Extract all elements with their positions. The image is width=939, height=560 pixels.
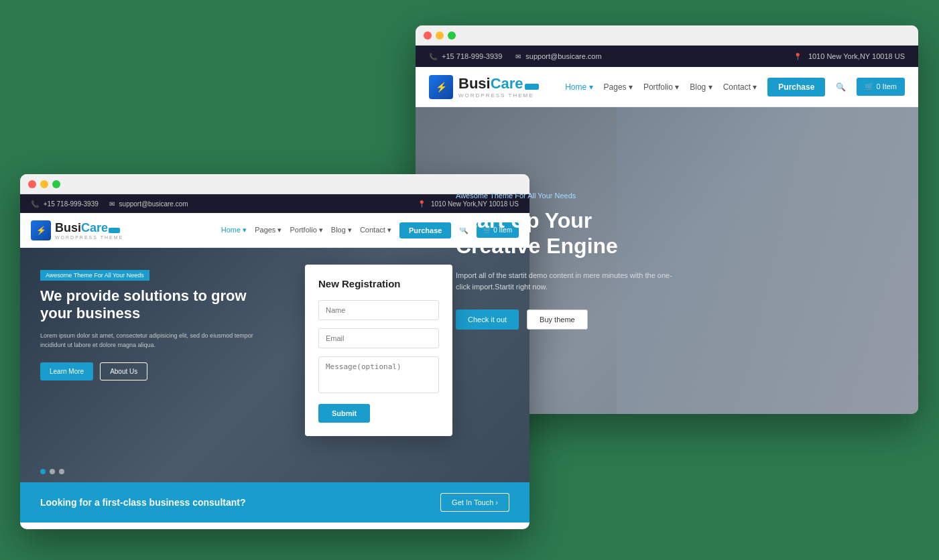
cta-button[interactable]: Get In Touch › (440, 493, 509, 512)
submit-button[interactable]: Submit (318, 404, 370, 423)
back-nav-portfolio[interactable]: Portfolio ▾ (643, 82, 679, 92)
back-purchase-button[interactable]: Purchase (767, 78, 825, 96)
front-email: support@busicare.com (109, 200, 188, 208)
back-cart-button[interactable]: 🛒 0 Item (857, 78, 905, 96)
email-field (318, 328, 439, 348)
slider-dots (40, 469, 64, 474)
back-titlebar (416, 25, 918, 46)
back-navbar: ⚡ BusiCarePRO WORDPRESS THEME Home ▾ Pag… (416, 67, 918, 107)
back-logo-icon: ⚡ (429, 75, 453, 99)
back-nav-home[interactable]: Home ▾ (565, 82, 592, 92)
front-nav-home[interactable]: Home ▾ (221, 226, 247, 234)
back-logo: ⚡ BusiCarePRO WORDPRESS THEME (429, 75, 539, 99)
minimize-dot[interactable] (436, 31, 444, 40)
phone-icon (429, 52, 440, 60)
message-input[interactable] (318, 356, 439, 393)
front-hero-headline: We provide solutions to grow your busine… (40, 287, 280, 323)
name-input[interactable] (318, 300, 439, 320)
front-close-dot[interactable] (28, 180, 36, 188)
front-hero-buttons: Learn More About Us (40, 362, 280, 380)
modal-title: New Registration (318, 278, 439, 289)
email-icon (515, 52, 523, 60)
back-phone: +15 718-999-3939 (429, 52, 502, 60)
cta-text: Looking for a first-class business consu… (40, 497, 246, 508)
back-hero-content: Awesome Theme For All Your Needs Start U… (416, 165, 717, 356)
back-nav-pages[interactable]: Pages ▾ (604, 82, 633, 92)
maximize-dot[interactable] (448, 31, 456, 40)
back-buy-button[interactable]: Buy theme (527, 309, 588, 330)
back-topbar-left: +15 718-999-3939 support@busicare.com (429, 52, 602, 60)
front-hero-content: Awesome Theme For All Your Needs We prov… (20, 248, 300, 401)
front-nav-pages[interactable]: Pages ▾ (255, 226, 281, 234)
cta-bar: Looking for a first-class business consu… (20, 482, 529, 522)
front-nav-portfolio[interactable]: Portfolio ▾ (290, 226, 322, 234)
back-check-button[interactable]: Check it out (456, 309, 519, 330)
front-hero-body: Lorem ipsum dolor sit amet, consectetur … (40, 331, 280, 350)
back-nav-links: Home ▾ Pages ▾ Portfolio ▾ Blog ▾ Contac… (565, 78, 905, 96)
front-minimize-dot[interactable] (40, 180, 48, 188)
front-nav-blog[interactable]: Blog ▾ (331, 226, 352, 234)
email-input[interactable] (318, 328, 439, 348)
front-phone-icon (31, 200, 42, 208)
slider-dot-3[interactable] (59, 469, 64, 474)
front-learn-button[interactable]: Learn More (40, 362, 93, 380)
name-field (318, 300, 439, 320)
back-hero-buttons: Check it out Buy theme (456, 309, 677, 330)
front-nav-contact[interactable]: Contact ▾ (360, 226, 391, 234)
back-hero-headline: Start Up Your Creative Engine (456, 208, 677, 259)
back-topbar: +15 718-999-3939 support@busicare.com 10… (416, 46, 918, 67)
close-dot[interactable] (424, 31, 432, 40)
front-phone: +15 718-999-3939 (31, 200, 99, 208)
registration-modal: New Registration Submit (305, 265, 452, 436)
front-logo-text: BusiCarePRO WORDPRESS THEME (55, 221, 123, 240)
location-icon (794, 52, 804, 60)
back-logo-text: BusiCarePRO WORDPRESS THEME (458, 75, 539, 98)
slider-dot-1[interactable] (40, 469, 46, 474)
back-browser-window: +15 718-999-3939 support@busicare.com 10… (416, 25, 918, 414)
front-logo-icon: ⚡ (31, 220, 51, 240)
back-search-icon[interactable]: 🔍 (836, 82, 846, 92)
front-maximize-dot[interactable] (52, 180, 60, 188)
message-field (318, 356, 439, 396)
back-email: support@busicare.com (515, 52, 601, 60)
slider-dot-2[interactable] (50, 469, 55, 474)
front-topbar-left: +15 718-999-3939 support@busicare.com (31, 200, 188, 208)
front-hero-tag: Awesome Theme For All Your Needs (40, 270, 149, 281)
front-about-button[interactable]: About Us (100, 362, 147, 380)
front-email-icon (109, 200, 117, 208)
back-nav-contact[interactable]: Contact ▾ (723, 82, 757, 92)
front-logo: ⚡ BusiCarePRO WORDPRESS THEME (31, 220, 123, 240)
back-topbar-right: 1010 New York,NY 10018 US (794, 52, 905, 60)
back-hero-body: Import all of the startit demo content i… (456, 270, 677, 293)
back-nav-blog[interactable]: Blog ▾ (690, 82, 712, 92)
